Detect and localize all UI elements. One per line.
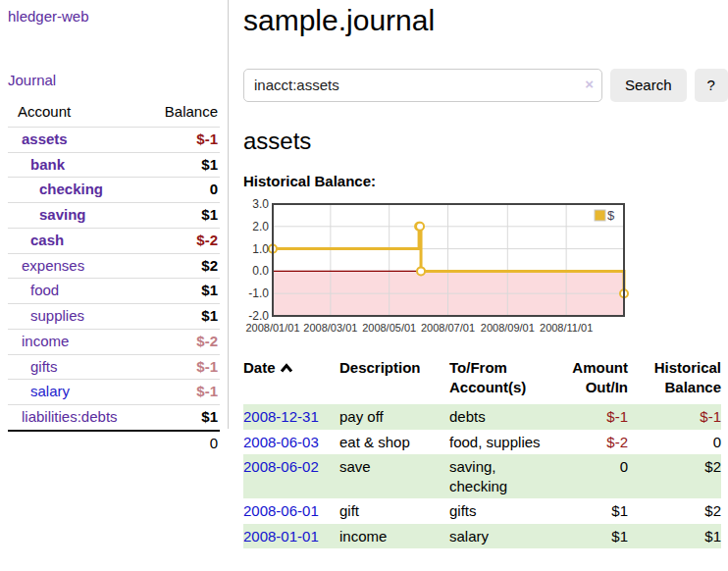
account-balance: $1 xyxy=(149,203,220,229)
register-row[interactable]: 2008-06-03eat & shopfood, supplies$-20 xyxy=(243,430,721,455)
account-row: gifts$-1 xyxy=(8,354,220,380)
balance-chart-svg: $3.02.01.00.0-1.0-2.02008/01/012008/03/0… xyxy=(243,198,634,337)
svg-text:-1.0: -1.0 xyxy=(248,286,269,300)
account-row: expenses$2 xyxy=(8,253,220,279)
register-header-date[interactable]: Date xyxy=(243,358,339,404)
account-link[interactable]: supplies xyxy=(30,307,84,324)
transaction-amount: $-1 xyxy=(551,404,628,430)
transaction-amount: 0 xyxy=(551,454,628,498)
svg-text:2008/07/01: 2008/07/01 xyxy=(421,322,475,334)
account-row: cash$-2 xyxy=(8,228,220,253)
account-balance: $-2 xyxy=(149,228,220,253)
transaction-amount: $-2 xyxy=(551,430,628,455)
account-link[interactable]: expenses xyxy=(22,257,84,274)
account-balance: $-1 xyxy=(149,380,220,405)
clear-search-icon[interactable]: × xyxy=(585,77,594,91)
account-row: supplies$1 xyxy=(8,304,220,330)
sidebar: hledger-web Journal Account Balance asse… xyxy=(0,0,229,429)
transaction-description: pay off xyxy=(339,404,449,430)
transaction-accounts: salary xyxy=(449,524,551,549)
svg-text:$: $ xyxy=(607,208,615,223)
transaction-date-link[interactable]: 2008-01-01 xyxy=(243,528,319,545)
transaction-balance: $-1 xyxy=(628,404,721,430)
transaction-amount: $1 xyxy=(551,524,628,549)
transaction-accounts: debts xyxy=(449,404,551,430)
transaction-date-link[interactable]: 2008-06-02 xyxy=(243,458,319,475)
chart-title: Historical Balance: xyxy=(243,173,728,189)
register-row[interactable]: 2008-06-02savesaving, checking0$2 xyxy=(243,454,721,498)
transaction-accounts: food, supplies xyxy=(449,430,551,455)
account-balance: $-1 xyxy=(149,354,220,380)
account-link[interactable]: bank xyxy=(30,156,65,173)
transaction-description: eat & shop xyxy=(339,430,449,455)
accounts-table: Account Balance assets$-1bank$1checking0… xyxy=(8,101,220,456)
register-row[interactable]: 2008-06-01giftgifts$1$2 xyxy=(243,498,721,524)
svg-text:2008/11/01: 2008/11/01 xyxy=(540,322,593,334)
account-balance: $-2 xyxy=(149,329,220,354)
account-balance: 0 xyxy=(149,178,220,203)
transaction-balance: $2 xyxy=(628,454,721,498)
register-table: Date Description To/From Account(s) Amou… xyxy=(243,358,721,548)
app-layout: hledger-web Journal Account Balance asse… xyxy=(0,0,728,548)
account-link[interactable]: assets xyxy=(22,130,68,147)
account-row: income$-2 xyxy=(8,329,220,354)
transaction-amount: $1 xyxy=(551,498,628,524)
transaction-date-link[interactable]: 2008-06-01 xyxy=(243,502,319,519)
search-input[interactable] xyxy=(243,69,602,102)
svg-text:2008/05/01: 2008/05/01 xyxy=(362,322,416,334)
account-row: bank$1 xyxy=(8,152,220,178)
account-row: food$1 xyxy=(8,279,220,304)
transaction-balance: $2 xyxy=(628,498,721,524)
register-header-balance: Historical Balance xyxy=(628,358,721,404)
account-row: liabilities:debts$1 xyxy=(8,405,220,431)
svg-text:0.0: 0.0 xyxy=(252,264,269,278)
account-row: salary$-1 xyxy=(8,380,220,405)
accounts-header-account: Account xyxy=(8,101,149,127)
transaction-accounts: saving, checking xyxy=(449,454,551,498)
register-header-accounts: To/From Account(s) xyxy=(449,358,551,404)
svg-text:2008/01/01: 2008/01/01 xyxy=(245,322,299,334)
chart-legend: $ xyxy=(595,208,615,223)
sidebar-item-journal[interactable]: Journal xyxy=(8,72,220,88)
balance-chart[interactable]: $3.02.01.00.0-1.0-2.02008/01/012008/03/0… xyxy=(243,198,728,341)
account-link[interactable]: food xyxy=(30,282,59,298)
transaction-description: gift xyxy=(339,498,449,524)
search-bar: × Search ? xyxy=(243,69,728,102)
register-row[interactable]: 2008-01-01incomesalary$1$1 xyxy=(243,524,721,549)
register-header-amount: Amount Out/In xyxy=(551,358,628,404)
brand-link[interactable]: hledger-web xyxy=(8,8,220,25)
account-link[interactable]: salary xyxy=(30,383,70,399)
account-row: saving$1 xyxy=(8,203,220,229)
svg-text:2008/03/01: 2008/03/01 xyxy=(303,322,357,334)
search-field-wrap: × xyxy=(243,69,602,102)
register-row[interactable]: 2008-12-31pay offdebts$-1$-1 xyxy=(243,404,721,430)
page-title: sample.journal xyxy=(243,4,728,38)
transaction-date-link[interactable]: 2008-12-31 xyxy=(243,408,319,425)
svg-text:3.0: 3.0 xyxy=(252,198,269,211)
account-link[interactable]: saving xyxy=(39,206,86,223)
account-balance: $1 xyxy=(149,152,220,178)
help-button[interactable]: ? xyxy=(695,69,728,102)
account-link[interactable]: gifts xyxy=(30,358,58,375)
account-link[interactable]: checking xyxy=(39,181,103,197)
transaction-description: income xyxy=(339,524,449,549)
account-link[interactable]: cash xyxy=(30,232,64,248)
transaction-date-link[interactable]: 2008-06-03 xyxy=(243,434,319,450)
account-link[interactable]: liabilities:debts xyxy=(22,408,118,425)
sort-ascending-icon xyxy=(280,363,293,373)
accounts-total-balance: 0 xyxy=(149,431,220,456)
account-balance: $1 xyxy=(149,304,220,330)
svg-text:-2.0: -2.0 xyxy=(248,309,269,323)
account-link[interactable]: income xyxy=(22,333,69,349)
main-content: sample.journal × Search ? assets Histori… xyxy=(229,0,728,548)
account-balance: $1 xyxy=(149,405,220,431)
svg-text:2.0: 2.0 xyxy=(252,220,269,234)
accounts-header-balance: Balance xyxy=(149,101,220,127)
search-button[interactable]: Search xyxy=(610,69,687,102)
account-heading: assets xyxy=(243,128,728,155)
account-row: assets$-1 xyxy=(8,127,220,152)
transaction-balance: $1 xyxy=(628,524,721,549)
account-row: checking0 xyxy=(8,178,220,203)
account-balance: $-1 xyxy=(149,127,220,152)
svg-text:1.0: 1.0 xyxy=(252,242,269,256)
